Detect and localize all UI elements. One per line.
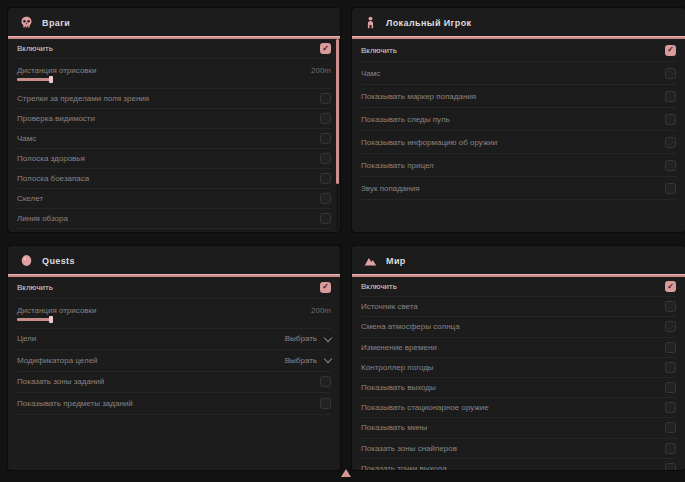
slider[interactable]	[17, 78, 52, 81]
row-label: Показывать выходы	[361, 383, 436, 392]
row-label: Проверка видимости	[17, 114, 95, 123]
scrollbar-thumb[interactable]	[336, 39, 339, 184]
row-label: Чамс	[361, 69, 380, 78]
check-icon: ✓	[322, 45, 329, 53]
row-label: Звук попадания	[361, 184, 420, 193]
slider-row-top: Дистанция отрисовки200m	[17, 66, 331, 75]
row-toggle: Включить✓	[361, 39, 676, 62]
row-slider: Дистанция отрисовки200m	[17, 59, 331, 89]
row-toggle: Показывать информацию об оружии	[361, 131, 676, 154]
row-toggle: Показать зоны заданий	[17, 372, 331, 394]
row-label: Источник света	[361, 302, 418, 311]
checkbox[interactable]	[665, 463, 676, 470]
row-toggle: Показывать следы пуль	[361, 108, 676, 131]
row-toggle: Показывать выходы	[361, 378, 676, 398]
dropdown[interactable]: Выбрать	[285, 334, 331, 343]
row-toggle: Показывать прицел	[361, 154, 676, 177]
panel-header: Локальный Игрок	[352, 8, 685, 39]
dropdown-value: Выбрать	[285, 356, 317, 365]
row-label: Показать зоны снайперов	[361, 444, 457, 453]
cursor-pointer	[341, 469, 351, 477]
panel-title: Локальный Игрок	[386, 18, 471, 28]
checkbox[interactable]	[665, 137, 676, 148]
checkbox[interactable]: ✓	[320, 282, 331, 293]
row-toggle: Звук попадания	[361, 177, 676, 200]
check-icon: ✓	[667, 46, 674, 54]
skull-icon	[20, 16, 33, 29]
checkbox[interactable]	[665, 183, 676, 194]
checkbox[interactable]	[665, 402, 676, 413]
row-toggle: Показать зоны снайперов	[361, 439, 676, 459]
row-label: Показать точки выхода	[361, 464, 447, 470]
checkbox[interactable]	[320, 113, 331, 124]
slider-row-top: Дистанция отрисовки200m	[17, 306, 331, 315]
checkbox[interactable]	[665, 160, 676, 171]
dropdown-value: Выбрать	[285, 334, 317, 343]
row-select: Модификатора целейВыбрать	[17, 350, 331, 372]
circle-icon	[20, 254, 33, 267]
panel-title: Quests	[42, 256, 75, 266]
check-icon: ✓	[667, 283, 674, 291]
row-toggle: Линия обзора	[17, 209, 331, 229]
person-icon	[364, 16, 377, 29]
row-toggle: Показывать предметы заданий	[17, 393, 331, 415]
row-toggle: Показывать мины	[361, 418, 676, 438]
row-label: Скелет	[17, 194, 43, 203]
row-toggle: Показать точки выхода	[361, 459, 676, 470]
row-label: Показывать мины	[361, 423, 427, 432]
row-toggle: Показывать стационарное оружие	[361, 398, 676, 418]
checkbox[interactable]	[665, 301, 676, 312]
row-toggle: Скелет	[17, 189, 331, 209]
panel-enemies: Враги Включить✓Дистанция отрисовки200mСт…	[8, 8, 340, 232]
row-label: Включить	[361, 282, 397, 291]
row-toggle: Включить✓	[361, 277, 676, 297]
checkbox[interactable]	[320, 213, 331, 224]
panel-header: Враги	[8, 8, 340, 39]
checkbox[interactable]	[320, 93, 331, 104]
checkbox[interactable]	[320, 153, 331, 164]
row-label: Цели	[17, 334, 36, 343]
mountain-icon	[364, 254, 377, 267]
checkbox[interactable]	[665, 342, 676, 353]
checkbox[interactable]	[320, 398, 331, 409]
checkbox[interactable]	[665, 382, 676, 393]
checkbox[interactable]	[665, 422, 676, 433]
row-label: Показывать предметы заданий	[17, 399, 133, 408]
checkbox[interactable]: ✓	[665, 45, 676, 56]
slider-thumb[interactable]	[49, 76, 53, 83]
row-label: Включить	[17, 44, 53, 53]
panel-title: Враги	[42, 18, 70, 28]
checkbox[interactable]	[665, 362, 676, 373]
row-label: Смена атмосферы солнца	[361, 322, 460, 331]
panel-title: Мир	[386, 256, 406, 266]
checkbox[interactable]	[665, 443, 676, 454]
checkbox[interactable]: ✓	[320, 43, 331, 54]
chevron-down-icon	[324, 334, 332, 342]
settings-window: Враги Включить✓Дистанция отрисовки200mСт…	[8, 8, 685, 470]
checkbox[interactable]	[665, 68, 676, 79]
row-label: Изменение времени	[361, 343, 437, 352]
checkbox[interactable]	[665, 114, 676, 125]
dropdown[interactable]: Выбрать	[285, 356, 331, 365]
checkbox[interactable]	[665, 321, 676, 332]
row-toggle: Полоска боезапаса	[17, 169, 331, 189]
row-toggle: Показывать маркер попадания	[361, 85, 676, 108]
slider-value: 200m	[311, 306, 331, 315]
checkbox[interactable]	[320, 173, 331, 184]
slider[interactable]	[17, 318, 52, 321]
checkbox[interactable]: ✓	[665, 281, 676, 292]
checkbox[interactable]	[320, 193, 331, 204]
panel-header: Quests	[8, 246, 340, 277]
row-toggle: Чамс	[17, 129, 331, 149]
row-toggle: Смена атмосферы солнца	[361, 317, 676, 337]
checkbox[interactable]	[320, 133, 331, 144]
scrollbar[interactable]	[336, 39, 339, 230]
row-label: Показывать маркер попадания	[361, 92, 476, 101]
slider-thumb[interactable]	[49, 316, 53, 323]
checkbox[interactable]	[665, 91, 676, 102]
checkbox[interactable]	[320, 376, 331, 387]
row-label: Дистанция отрисовки	[17, 306, 97, 315]
row-label: Стрелки за пределами поля зрения	[17, 94, 149, 103]
row-label: Показывать прицел	[361, 161, 434, 170]
row-toggle: Изменение времени	[361, 338, 676, 358]
